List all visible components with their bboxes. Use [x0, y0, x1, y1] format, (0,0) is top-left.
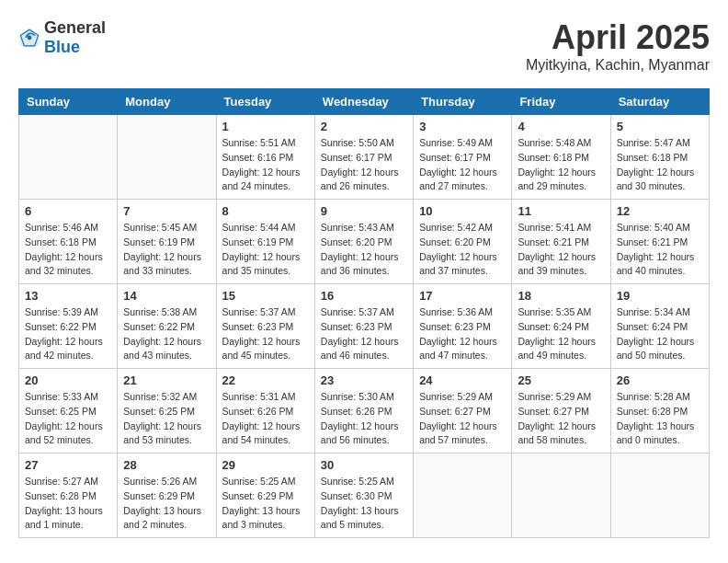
day-number: 22: [222, 373, 309, 387]
svg-point-2: [28, 36, 32, 40]
location: Myitkyina, Kachin, Myanmar: [526, 57, 710, 74]
calendar-cell: 9Sunrise: 5:43 AM Sunset: 6:20 PM Daylig…: [314, 200, 413, 284]
weekday-header-wednesday: Wednesday: [314, 89, 413, 115]
day-number: 17: [419, 289, 506, 303]
day-info: Sunrise: 5:34 AM Sunset: 6:24 PM Dayligh…: [617, 305, 703, 363]
day-info: Sunrise: 5:27 AM Sunset: 6:28 PM Dayligh…: [25, 475, 111, 533]
calendar-cell: 27Sunrise: 5:27 AM Sunset: 6:28 PM Dayli…: [19, 454, 118, 538]
logo-blue: Blue: [44, 38, 80, 56]
day-number: 10: [419, 204, 506, 218]
calendar-cell: 10Sunrise: 5:42 AM Sunset: 6:20 PM Dayli…: [414, 200, 512, 284]
calendar-cell: 17Sunrise: 5:36 AM Sunset: 6:23 PM Dayli…: [414, 284, 512, 369]
day-number: 13: [25, 289, 111, 303]
day-number: 1: [222, 120, 309, 133]
month-title: April 2025: [526, 18, 710, 57]
day-info: Sunrise: 5:26 AM Sunset: 6:29 PM Dayligh…: [123, 475, 210, 533]
calendar-cell: 29Sunrise: 5:25 AM Sunset: 6:29 PM Dayli…: [216, 454, 314, 538]
day-info: Sunrise: 5:40 AM Sunset: 6:21 PM Dayligh…: [617, 221, 703, 279]
day-number: 28: [123, 458, 210, 472]
calendar-cell: 12Sunrise: 5:40 AM Sunset: 6:21 PM Dayli…: [610, 200, 709, 284]
day-info: Sunrise: 5:31 AM Sunset: 6:26 PM Dayligh…: [222, 390, 309, 448]
day-info: Sunrise: 5:48 AM Sunset: 6:18 PM Dayligh…: [518, 136, 604, 194]
calendar-cell: 15Sunrise: 5:37 AM Sunset: 6:23 PM Dayli…: [216, 284, 314, 369]
calendar-cell: 7Sunrise: 5:45 AM Sunset: 6:19 PM Daylig…: [118, 200, 216, 284]
calendar-cell: 24Sunrise: 5:29 AM Sunset: 6:27 PM Dayli…: [414, 369, 512, 454]
calendar-cell: 5Sunrise: 5:47 AM Sunset: 6:18 PM Daylig…: [610, 115, 709, 200]
weekday-header-monday: Monday: [118, 89, 216, 115]
calendar-cell: 18Sunrise: 5:35 AM Sunset: 6:24 PM Dayli…: [512, 284, 610, 369]
day-info: Sunrise: 5:38 AM Sunset: 6:22 PM Dayligh…: [123, 305, 210, 363]
day-info: Sunrise: 5:44 AM Sunset: 6:19 PM Dayligh…: [222, 221, 309, 279]
day-info: Sunrise: 5:49 AM Sunset: 6:17 PM Dayligh…: [419, 136, 506, 194]
calendar-cell: 3Sunrise: 5:49 AM Sunset: 6:17 PM Daylig…: [414, 115, 512, 200]
day-number: 15: [222, 289, 309, 303]
day-info: Sunrise: 5:50 AM Sunset: 6:17 PM Dayligh…: [321, 136, 407, 194]
calendar-cell: 20Sunrise: 5:33 AM Sunset: 6:25 PM Dayli…: [19, 369, 118, 454]
logo-text-block: General Blue: [44, 18, 106, 57]
calendar-cell: 30Sunrise: 5:25 AM Sunset: 6:30 PM Dayli…: [314, 454, 413, 538]
weekday-header-thursday: Thursday: [414, 89, 512, 115]
day-info: Sunrise: 5:29 AM Sunset: 6:27 PM Dayligh…: [419, 390, 506, 448]
calendar-cell: 16Sunrise: 5:37 AM Sunset: 6:23 PM Dayli…: [314, 284, 413, 369]
calendar-cell: 13Sunrise: 5:39 AM Sunset: 6:22 PM Dayli…: [19, 284, 118, 369]
calendar-cell: 4Sunrise: 5:48 AM Sunset: 6:18 PM Daylig…: [512, 115, 610, 200]
day-number: 3: [419, 120, 506, 133]
logo-icon: [18, 27, 40, 49]
calendar-cell: [118, 115, 216, 200]
calendar-cell: 21Sunrise: 5:32 AM Sunset: 6:25 PM Dayli…: [118, 369, 216, 454]
calendar-cell: [19, 115, 118, 200]
day-info: Sunrise: 5:47 AM Sunset: 6:18 PM Dayligh…: [617, 136, 703, 194]
day-info: Sunrise: 5:33 AM Sunset: 6:25 PM Dayligh…: [25, 390, 111, 448]
day-number: 24: [419, 373, 506, 387]
day-number: 26: [617, 373, 703, 387]
calendar-cell: 25Sunrise: 5:29 AM Sunset: 6:27 PM Dayli…: [512, 369, 610, 454]
day-number: 20: [25, 373, 111, 387]
day-info: Sunrise: 5:25 AM Sunset: 6:30 PM Dayligh…: [321, 475, 407, 533]
calendar-cell: 6Sunrise: 5:46 AM Sunset: 6:18 PM Daylig…: [19, 200, 118, 284]
calendar-cell: 11Sunrise: 5:41 AM Sunset: 6:21 PM Dayli…: [512, 200, 610, 284]
day-number: 29: [222, 458, 309, 472]
calendar-cell: [610, 454, 709, 538]
title-block: April 2025 Myitkyina, Kachin, Myanmar: [526, 18, 710, 74]
week-row-4: 20Sunrise: 5:33 AM Sunset: 6:25 PM Dayli…: [19, 369, 710, 454]
calendar-cell: [414, 454, 512, 538]
weekday-header-saturday: Saturday: [610, 89, 709, 115]
day-info: Sunrise: 5:43 AM Sunset: 6:20 PM Dayligh…: [321, 221, 407, 279]
day-number: 30: [321, 458, 407, 472]
day-info: Sunrise: 5:32 AM Sunset: 6:25 PM Dayligh…: [123, 390, 210, 448]
day-info: Sunrise: 5:35 AM Sunset: 6:24 PM Dayligh…: [518, 305, 604, 363]
day-number: 4: [518, 120, 604, 133]
logo: General Blue: [18, 18, 106, 57]
day-number: 14: [123, 289, 210, 303]
day-number: 27: [25, 458, 111, 472]
day-number: 7: [123, 204, 210, 218]
day-number: 6: [25, 204, 111, 218]
week-row-3: 13Sunrise: 5:39 AM Sunset: 6:22 PM Dayli…: [19, 284, 710, 369]
weekday-header-sunday: Sunday: [19, 89, 118, 115]
logo-general: General: [44, 18, 106, 37]
day-number: 25: [518, 373, 604, 387]
calendar-cell: 19Sunrise: 5:34 AM Sunset: 6:24 PM Dayli…: [610, 284, 709, 369]
day-number: 2: [321, 120, 407, 133]
weekday-header-friday: Friday: [512, 89, 610, 115]
day-info: Sunrise: 5:39 AM Sunset: 6:22 PM Dayligh…: [25, 305, 111, 363]
calendar-cell: [512, 454, 610, 538]
day-info: Sunrise: 5:42 AM Sunset: 6:20 PM Dayligh…: [419, 221, 506, 279]
day-number: 9: [321, 204, 407, 218]
day-number: 11: [518, 204, 604, 218]
day-number: 12: [617, 204, 703, 218]
day-info: Sunrise: 5:51 AM Sunset: 6:16 PM Dayligh…: [222, 136, 309, 194]
page-header: General Blue April 2025 Myitkyina, Kachi…: [18, 18, 710, 74]
calendar-cell: 23Sunrise: 5:30 AM Sunset: 6:26 PM Dayli…: [314, 369, 413, 454]
day-info: Sunrise: 5:36 AM Sunset: 6:23 PM Dayligh…: [419, 305, 506, 363]
day-info: Sunrise: 5:45 AM Sunset: 6:19 PM Dayligh…: [123, 221, 210, 279]
day-number: 5: [617, 120, 703, 133]
day-number: 21: [123, 373, 210, 387]
week-row-5: 27Sunrise: 5:27 AM Sunset: 6:28 PM Dayli…: [19, 454, 710, 538]
day-number: 16: [321, 289, 407, 303]
day-info: Sunrise: 5:29 AM Sunset: 6:27 PM Dayligh…: [518, 390, 604, 448]
calendar-table: SundayMondayTuesdayWednesdayThursdayFrid…: [18, 88, 710, 538]
day-info: Sunrise: 5:30 AM Sunset: 6:26 PM Dayligh…: [321, 390, 407, 448]
weekday-header-row: SundayMondayTuesdayWednesdayThursdayFrid…: [19, 89, 710, 115]
calendar-cell: 14Sunrise: 5:38 AM Sunset: 6:22 PM Dayli…: [118, 284, 216, 369]
